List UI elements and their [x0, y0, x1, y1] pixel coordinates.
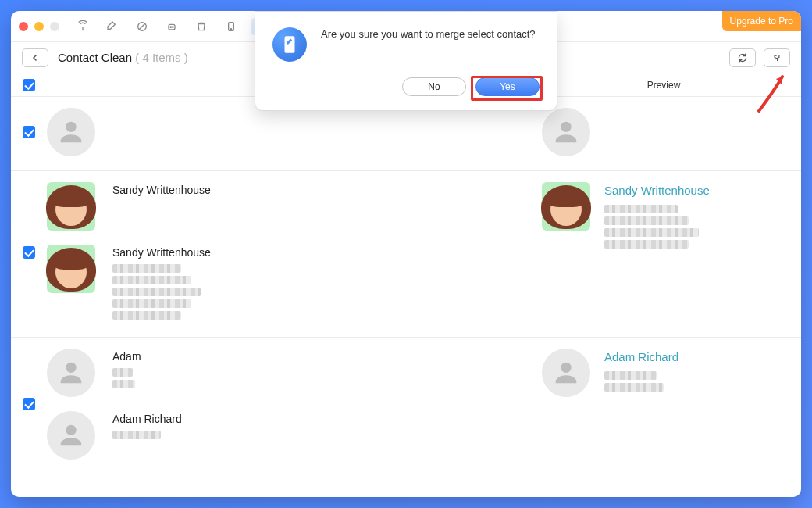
- redacted-line: [604, 371, 657, 380]
- dialog-message: Are you sure you want to merge select co…: [321, 27, 536, 42]
- antenna-icon[interactable]: [73, 18, 92, 35]
- confirm-merge-dialog: Are you sure you want to merge select co…: [255, 11, 557, 111]
- refresh-button[interactable]: [729, 48, 756, 67]
- redacted-line: [112, 288, 201, 296]
- contact-group: AdamAdam RichardAdam Richard: [11, 338, 801, 474]
- avatar: [47, 182, 95, 231]
- contact-info: Sandy Writtenhouse: [112, 245, 211, 323]
- contact-group: Sandy WrittenhouseSandy WrittenhouseSand…: [11, 171, 801, 338]
- contact-row[interactable]: Adam Richard: [47, 411, 526, 460]
- trash-icon[interactable]: [192, 18, 211, 35]
- group-checkbox[interactable]: [23, 398, 35, 410]
- page-title-text: Contact Clean: [58, 51, 132, 64]
- redacted-line: [112, 276, 191, 284]
- back-button[interactable]: [22, 48, 48, 67]
- avatar: [47, 245, 95, 293]
- group-checkbox[interactable]: [23, 246, 35, 259]
- contact-name: Sandy Writtenhouse: [112, 182, 211, 199]
- redacted-line: [112, 311, 181, 320]
- item-count: ( 4 Items ): [135, 51, 188, 64]
- redacted-line: [604, 205, 678, 213]
- redacted-line: [604, 383, 664, 392]
- minimize-window-icon[interactable]: [34, 22, 44, 31]
- brush-icon[interactable]: [103, 18, 122, 35]
- column-preview-label: Preview: [526, 80, 801, 91]
- contact-row[interactable]: Sandy Writtenhouse: [47, 182, 526, 231]
- contact-name: [112, 108, 116, 124]
- group-checkbox[interactable]: [23, 126, 35, 138]
- select-all-checkbox[interactable]: [23, 79, 35, 91]
- redacted-line: [604, 228, 699, 237]
- contact-info: Sandy Writtenhouse: [112, 182, 211, 202]
- contact-row[interactable]: Sandy Writtenhouse: [47, 245, 526, 323]
- tablet-icon[interactable]: [222, 18, 240, 35]
- svg-point-2: [170, 27, 171, 27]
- svg-point-3: [173, 27, 173, 27]
- contact-info: Adam Richard: [112, 411, 182, 442]
- avatar: [47, 108, 95, 156]
- avatar: [47, 411, 95, 460]
- svg-point-5: [230, 28, 231, 29]
- no-button[interactable]: No: [402, 77, 466, 96]
- contact-name: Adam Richard: [112, 411, 182, 428]
- maximize-window-icon[interactable]: [50, 22, 59, 31]
- contact-row[interactable]: [47, 108, 526, 156]
- page-title: Contact Clean ( 4 Items ): [58, 51, 188, 64]
- window-controls: [19, 22, 59, 31]
- merged-name: Adam Richard: [604, 349, 678, 367]
- merge-button[interactable]: [764, 48, 790, 67]
- redacted-line: [112, 264, 181, 273]
- phone-clean-icon: [272, 27, 307, 62]
- contact-info: [112, 108, 116, 127]
- app-window: Upgrade to Pro Contact Clean ( 4 Items )…: [11, 11, 801, 497]
- redacted-line: [112, 431, 161, 439]
- avatar: [542, 349, 590, 397]
- close-window-icon[interactable]: [19, 22, 28, 31]
- category-toolbar: [73, 18, 270, 35]
- avatar: [542, 108, 590, 156]
- avatar: [542, 182, 590, 231]
- redacted-line: [112, 380, 135, 388]
- redacted-line: [604, 240, 689, 249]
- merged-info: Sandy Writtenhouse: [604, 182, 710, 252]
- contact-info: Adam: [112, 349, 141, 392]
- contact-row[interactable]: Adam: [47, 349, 526, 397]
- contact-name: Adam: [112, 349, 141, 365]
- contact-name: Sandy Writtenhouse: [112, 245, 211, 261]
- circle-slash-icon[interactable]: [133, 18, 151, 35]
- upgrade-button[interactable]: Upgrade to Pro: [722, 11, 801, 31]
- redacted-line: [604, 216, 689, 225]
- redacted-line: [112, 299, 191, 308]
- yes-button[interactable]: Yes: [475, 77, 540, 96]
- merged-info: Adam Richard: [604, 349, 678, 395]
- contact-groups: Sandy WrittenhouseSandy WrittenhouseSand…: [11, 97, 801, 497]
- robot-icon[interactable]: [162, 18, 181, 35]
- avatar: [47, 349, 95, 397]
- redacted-line: [112, 368, 133, 377]
- merged-name: Sandy Writtenhouse: [604, 182, 710, 200]
